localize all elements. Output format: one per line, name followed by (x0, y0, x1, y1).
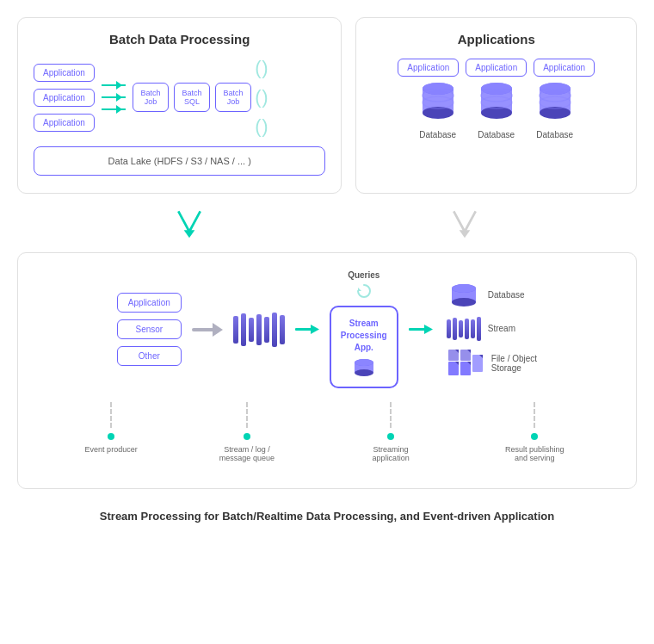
dot-2 (244, 433, 250, 440)
bottom-panel: Application Sensor Other (17, 252, 637, 489)
output-storage-row: File / ObjectStorage (447, 350, 537, 377)
queue-bar-3 (249, 318, 254, 342)
svg-point-27 (355, 369, 373, 376)
svg-point-33 (452, 298, 476, 307)
app-top-1: Application (398, 59, 459, 77)
dashed-line-4 (534, 402, 535, 428)
queue-bar-7 (280, 315, 285, 344)
paren-2: ( ) (255, 88, 268, 107)
batch-teal-arrows (98, 84, 129, 110)
queue-bar-5 (264, 317, 269, 343)
svg-marker-24 (358, 288, 361, 291)
queries-arrow-icon (330, 283, 398, 302)
output-stream-bars (447, 317, 481, 341)
bottom-label-1: Event producer (85, 445, 138, 454)
batch-job-2: Batch SQL (174, 83, 210, 112)
db-label-2: Database (478, 130, 515, 139)
dot-4 (531, 433, 538, 440)
queue-bar-2 (241, 313, 246, 346)
source-sensor: Sensor (117, 319, 182, 339)
stream-proc-box: StreamProcessingApp. (330, 306, 398, 388)
dashed-line-3 (390, 402, 392, 428)
bottom-col-1: Event producer (85, 402, 138, 462)
out-bar-5 (471, 319, 475, 338)
out-bar-2 (453, 318, 457, 340)
batch-panel: Batch Data Processing Application Applic… (17, 17, 342, 194)
down-arrow-left (172, 206, 207, 240)
batch-app-1: Application (34, 64, 95, 82)
dot-3 (387, 433, 394, 440)
svg-marker-18 (184, 230, 195, 238)
source-application: Application (117, 293, 182, 313)
db-cylinder-2 (474, 80, 519, 125)
db-col-1: Database (416, 80, 460, 139)
bottom-label-3: Streaming application (356, 445, 425, 462)
out-bar-6 (477, 317, 481, 341)
queue-to-proc-arrow (295, 323, 319, 337)
paren-3: ( ) (255, 117, 268, 136)
outputs-section: Database Stream (447, 282, 537, 377)
batch-job-3: Batch Job (215, 83, 251, 112)
dot-1 (108, 433, 114, 440)
queue-bar-1 (233, 316, 238, 344)
batch-middle: Application Application Application (34, 59, 325, 136)
svg-point-34 (452, 284, 476, 293)
output-stream-row: Stream (447, 317, 537, 341)
db-col-2: Database (474, 80, 519, 139)
curved-arrows: ( ) ( ) ( ) (255, 59, 268, 136)
bottom-label-2: Stream / log / message queue (213, 445, 281, 462)
teal-arrow-2 (102, 96, 126, 98)
source-other: Other (117, 346, 182, 366)
out-bar-1 (447, 319, 451, 338)
svg-marker-23 (311, 325, 319, 334)
output-storage-label: File / ObjectStorage (491, 354, 537, 373)
batch-job-1: Batch Job (133, 83, 169, 112)
svg-point-3 (423, 83, 453, 95)
data-lake-box: Data Lake (HDFS / S3 / NAS / ... ) (34, 146, 325, 176)
svg-point-9 (481, 83, 512, 95)
queue-bar-4 (256, 314, 262, 345)
svg-point-28 (355, 359, 373, 366)
top-row: Batch Data Processing Application Applic… (17, 17, 637, 194)
bottom-col-4: Result publishing and serving (500, 402, 569, 462)
footer-caption: Stream Processing for Batch/Realtime Dat… (17, 508, 637, 525)
bottom-col-2: Stream / log / message queue (213, 402, 281, 462)
event-sources: Application Sensor Other (117, 293, 182, 366)
batch-app-2: Application (34, 89, 95, 107)
svg-rect-29 (409, 328, 426, 331)
output-database-label: Database (488, 290, 525, 300)
apps-panel-title: Applications (372, 32, 620, 46)
svg-rect-20 (192, 328, 214, 331)
stream-proc-db (340, 357, 388, 376)
svg-rect-37 (460, 362, 471, 375)
dashed-line-2 (246, 402, 248, 428)
batch-panel-title: Batch Data Processing (34, 32, 325, 46)
app-top-3: Application (534, 59, 595, 77)
bottom-label-4: Result publishing and serving (500, 445, 569, 462)
svg-rect-35 (448, 362, 459, 375)
bottom-col-3: Streaming application (356, 402, 425, 462)
db-label-3: Database (536, 130, 573, 139)
proc-to-outputs-arrow (409, 323, 433, 337)
teal-arrow-3 (102, 108, 126, 110)
down-arrow-right (447, 206, 482, 240)
bottom-inner: Application Sensor Other (39, 270, 615, 388)
db-cylinder-3 (533, 80, 577, 125)
stream-proc-label: StreamProcessingApp. (340, 318, 388, 354)
output-db-icon (447, 282, 481, 308)
main-container: Batch Data Processing Application Applic… (17, 17, 637, 525)
batch-jobs: Batch Job Batch SQL Batch Job (133, 83, 251, 112)
input-queue (233, 313, 285, 347)
queue-bars-input (233, 313, 285, 347)
output-database-row: Database (447, 282, 537, 308)
svg-rect-43 (472, 355, 483, 372)
db-col-3: Database (533, 80, 577, 139)
svg-rect-22 (295, 328, 312, 331)
down-arrows-row (17, 202, 637, 244)
queue-bar-6 (272, 313, 277, 347)
top-apps-row: Application Application Application (372, 59, 620, 77)
svg-marker-21 (213, 323, 223, 337)
teal-arrow-1 (102, 84, 126, 86)
source-to-queue-arrow (192, 322, 223, 337)
svg-marker-19 (460, 230, 471, 238)
